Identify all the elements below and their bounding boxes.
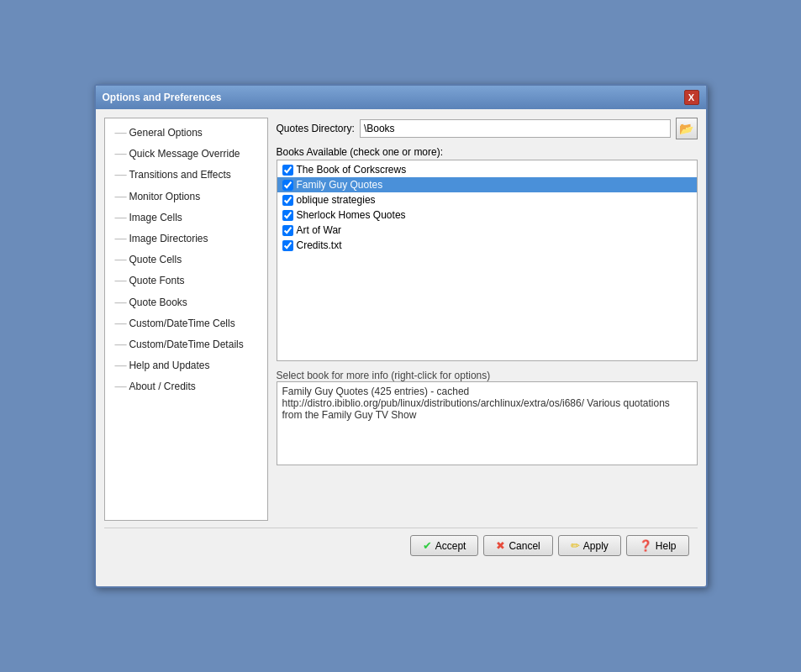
apply-label: Apply — [583, 540, 609, 552]
book-checkbox-family-guy[interactable] — [282, 180, 293, 191]
book-item-oblique[interactable]: oblique strategies — [277, 192, 697, 207]
sidebar-item-transitions-and-effects[interactable]: Transitions and Effects — [112, 165, 261, 186]
book-item-family-guy[interactable]: Family Guy Quotes — [277, 177, 697, 192]
sidebar-item-quote-books[interactable]: Quote Books — [112, 292, 261, 313]
book-item-sherlock[interactable]: Sherlock Homes Quotes — [277, 207, 697, 223]
quotes-dir-row: Quotes Directory: 📂 — [277, 118, 698, 139]
sidebar-item-general-options[interactable]: General Options — [112, 123, 261, 144]
folder-icon: 📂 — [679, 122, 693, 135]
book-label-sherlock: Sherlock Homes Quotes — [297, 209, 406, 221]
help-button[interactable]: ❓ Help — [626, 535, 689, 556]
info-label: Select book for more info (right-click f… — [277, 370, 698, 381]
footer: ✔ Accept ✖ Cancel ✏ Apply ❓ Help — [104, 528, 698, 564]
apply-icon: ✏ — [571, 539, 580, 552]
sidebar-item-help-and-updates[interactable]: Help and Updates — [112, 355, 261, 376]
cancel-button[interactable]: ✖ Cancel — [483, 535, 552, 556]
sidebar-item-custom-datetime-details[interactable]: Custom/DateTime Details — [112, 334, 261, 355]
books-section: Books Available (check one or more): The… — [277, 146, 698, 361]
books-list[interactable]: The Book of CorkscrewsFamily Guy Quoteso… — [277, 160, 698, 361]
sidebar: General OptionsQuick Message OverrideTra… — [104, 118, 268, 521]
main-content: General OptionsQuick Message OverrideTra… — [104, 118, 698, 521]
book-item-art-of-war[interactable]: Art of War — [277, 223, 697, 238]
sidebar-item-image-cells[interactable]: Image Cells — [112, 207, 261, 228]
quotes-dir-label: Quotes Directory: — [277, 123, 355, 134]
book-checkbox-corkscrews[interactable] — [282, 165, 293, 176]
book-checkbox-oblique[interactable] — [282, 195, 293, 206]
book-checkbox-sherlock[interactable] — [282, 210, 293, 221]
sidebar-item-image-directories[interactable]: Image Directories — [112, 228, 261, 249]
options-dialog: Options and Preferences X General Option… — [94, 84, 708, 588]
book-label-family-guy: Family Guy Quotes — [297, 179, 383, 191]
accept-label: Accept — [435, 540, 466, 552]
cancel-icon: ✖ — [496, 539, 505, 552]
info-box: Family Guy Quotes (425 entries) - cached… — [277, 381, 698, 465]
book-checkbox-art-of-war[interactable] — [282, 225, 293, 236]
info-section: Select book for more info (right-click f… — [277, 368, 698, 465]
quotes-dir-input[interactable] — [360, 119, 671, 138]
book-label-art-of-war: Art of War — [297, 224, 342, 236]
sidebar-item-quote-cells[interactable]: Quote Cells — [112, 249, 261, 270]
sidebar-item-quick-message-override[interactable]: Quick Message Override — [112, 144, 261, 165]
book-item-corkscrews[interactable]: The Book of Corkscrews — [277, 162, 697, 177]
close-button[interactable]: X — [684, 90, 699, 105]
right-panel: Quotes Directory: 📂 Books Available (che… — [277, 118, 698, 521]
accept-icon: ✔ — [423, 539, 432, 552]
sidebar-item-about-credits[interactable]: About / Credits — [112, 376, 261, 397]
help-icon: ❓ — [639, 539, 652, 552]
accept-button[interactable]: ✔ Accept — [410, 535, 479, 556]
book-label-credits: Credits.txt — [297, 239, 342, 251]
sidebar-item-monitor-options[interactable]: Monitor Options — [112, 186, 261, 207]
book-label-oblique: oblique strategies — [297, 194, 376, 206]
titlebar: Options and Preferences X — [96, 86, 706, 109]
help-label: Help — [656, 540, 677, 552]
browse-folder-button[interactable]: 📂 — [676, 118, 698, 139]
sidebar-item-quote-fonts[interactable]: Quote Fonts — [112, 270, 261, 291]
sidebar-item-custom-datetime-cells[interactable]: Custom/DateTime Cells — [112, 313, 261, 334]
book-label-corkscrews: The Book of Corkscrews — [297, 164, 407, 176]
dialog-body: General OptionsQuick Message OverrideTra… — [96, 109, 706, 573]
book-checkbox-credits[interactable] — [282, 240, 293, 251]
apply-button[interactable]: ✏ Apply — [558, 535, 621, 556]
cancel-label: Cancel — [509, 540, 540, 552]
books-available-label: Books Available (check one or more): — [277, 146, 698, 158]
book-item-credits[interactable]: Credits.txt — [277, 238, 697, 253]
dialog-title: Options and Preferences — [103, 92, 222, 103]
